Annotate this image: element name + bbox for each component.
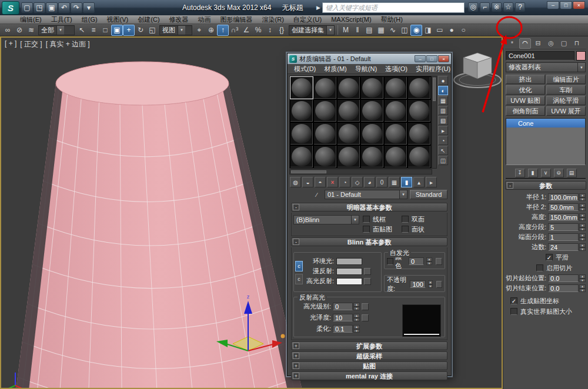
menu-item[interactable]: 模式(D)	[290, 65, 319, 73]
menu-item[interactable]: 编辑(E)	[15, 15, 46, 24]
select-and-rotate-icon[interactable]: ↻	[135, 25, 146, 36]
undo-icon[interactable]: ↶	[58, 2, 70, 13]
checkbox[interactable]	[402, 226, 409, 233]
rollout-state-icon[interactable]: +	[293, 373, 299, 379]
material-sample-slot[interactable]	[313, 122, 337, 145]
app-logo-icon[interactable]: S	[2, 1, 19, 15]
menu-item[interactable]: 帮助(H)	[376, 15, 407, 24]
reference-coordinate-dropdown[interactable]: 视图	[159, 25, 192, 35]
material-sample-slot[interactable]	[290, 122, 313, 145]
ambient-diffuse-lock-icon[interactable]: c	[295, 261, 303, 271]
go-to-parent-icon[interactable]: ▴	[413, 177, 425, 187]
modifier-button[interactable]: UVW 展开	[546, 106, 586, 116]
viewport-pov-menu[interactable]: [ 正交 ]	[20, 39, 42, 49]
modifier-button[interactable]: 涡轮平滑	[546, 96, 586, 105]
ambient-color-swatch[interactable]	[336, 258, 362, 265]
selection-filter-dropdown[interactable]: 全部	[38, 25, 75, 35]
percent-snap-icon[interactable]: %	[252, 25, 264, 36]
material-sample-slot[interactable]	[360, 76, 384, 99]
unlink-selection-icon[interactable]: ⊘	[14, 25, 25, 36]
material-sample-slot[interactable]	[384, 145, 407, 168]
material-sample-slot[interactable]	[290, 145, 313, 168]
opacity-field[interactable]: 100	[410, 280, 425, 288]
reset-map-icon[interactable]: ×	[327, 177, 338, 187]
use-pivot-center-icon[interactable]: ⌖	[193, 25, 205, 36]
map-button[interactable]	[362, 303, 369, 310]
maximize-button[interactable]: □	[426, 55, 437, 62]
remove-modifier-icon[interactable]: ⊖	[554, 169, 564, 177]
viewport-shading-menu[interactable]: [ 真实 + 边面 ]	[46, 39, 90, 49]
spinner[interactable]	[579, 193, 586, 201]
show-end-result-icon[interactable]: ▮	[401, 177, 412, 187]
spinner-snap-icon[interactable]: ↕	[264, 25, 276, 36]
shader-rollout-header[interactable]: - 明暗器基本参数	[291, 203, 447, 212]
collapsed-rollout-header[interactable]: + 扩展参数	[291, 341, 447, 350]
minimize-button[interactable]: –	[547, 1, 559, 9]
view-cube[interactable]	[454, 53, 501, 88]
select-and-link-icon[interactable]: ∞	[2, 25, 14, 36]
help-icon[interactable]: ?	[515, 2, 525, 12]
menu-item[interactable]: 工具(T)	[46, 15, 77, 24]
modifier-button[interactable]: 编辑面片	[546, 75, 586, 84]
select-by-name-icon[interactable]: ≡	[88, 25, 99, 36]
tab-utilities[interactable]: ⊓	[571, 38, 583, 49]
search-flyout-icon[interactable]: ▶	[316, 5, 320, 11]
spinner[interactable]	[353, 303, 360, 310]
close-button[interactable]: ×	[438, 55, 449, 62]
communication-center-icon[interactable]: ※	[492, 2, 502, 12]
spinner[interactable]	[579, 274, 586, 282]
make-unique-icon[interactable]: ∨	[541, 169, 551, 177]
selection-region-icon[interactable]: □	[99, 25, 111, 36]
self-illum-color-checkbox[interactable]	[387, 258, 393, 265]
collapsed-rollout-header[interactable]: + 贴图	[291, 361, 447, 370]
slots-vertical-scrollbar[interactable]	[432, 76, 437, 169]
assign-material-to-selection-icon[interactable]: ◓	[315, 177, 326, 187]
material-sample-slot[interactable]	[313, 99, 337, 122]
spinner[interactable]	[579, 213, 586, 221]
menu-item[interactable]: 实用程序(U)	[412, 65, 454, 73]
material-sample-slot[interactable]	[407, 122, 431, 145]
spinner[interactable]	[353, 314, 360, 321]
tab-display[interactable]: ▢	[558, 38, 570, 49]
rollout-state-icon[interactable]: -	[293, 204, 299, 210]
make-preview-icon[interactable]: ▸	[438, 126, 448, 135]
make-material-copy-icon[interactable]: ◔	[339, 177, 350, 187]
spinner[interactable]	[579, 233, 586, 241]
specular-map-button[interactable]	[364, 278, 371, 285]
material-sample-slot[interactable]	[337, 76, 360, 99]
modifier-list-dropdown[interactable]: 修改器列表	[506, 62, 586, 72]
rollout-state-icon[interactable]: -	[293, 239, 299, 245]
backlight-icon[interactable]: ◐	[438, 86, 448, 95]
dropdown-arrow-icon[interactable]	[577, 63, 585, 72]
spinner[interactable]	[579, 223, 586, 231]
subscription-icon[interactable]: ⌐	[480, 2, 490, 12]
menu-item[interactable]: MAXScript(M)	[326, 16, 376, 23]
show-map-in-viewport-icon[interactable]: ▦	[389, 177, 400, 187]
parameter-field[interactable]: 0.0	[548, 284, 579, 292]
spinner[interactable]	[579, 284, 586, 292]
dropdown-arrow-icon[interactable]	[178, 26, 185, 35]
parameter-field[interactable]: 1	[548, 233, 579, 241]
material-sample-slot[interactable]	[407, 76, 431, 99]
material-sample-slot[interactable]	[360, 122, 384, 145]
tab-create[interactable]: *	[506, 38, 518, 49]
material-sample-slot[interactable]	[290, 76, 313, 99]
material-sample-slot[interactable]	[337, 122, 360, 145]
checkbox[interactable]	[363, 216, 370, 223]
material-sample-slot[interactable]	[360, 145, 384, 168]
search-input[interactable]: 键入关键字或短语	[322, 2, 465, 13]
object-name-field[interactable]: Cone001	[506, 51, 574, 61]
smooth-checkbox[interactable]	[546, 254, 553, 261]
select-by-material-icon[interactable]: ↖	[438, 146, 448, 155]
diffuse-color-swatch[interactable]	[336, 268, 362, 275]
render-setup-icon[interactable]: ◨	[422, 25, 434, 36]
material-editor-titlebar[interactable]: S 材质编辑器 - 01 - Default –□×	[288, 53, 451, 64]
menu-item[interactable]: 动画	[193, 15, 216, 24]
put-to-library-icon[interactable]: ◕	[364, 177, 375, 187]
material-sample-slot[interactable]	[337, 145, 360, 168]
material-type-button[interactable]: Standard	[410, 190, 447, 199]
parameter-field[interactable]: 24	[548, 243, 579, 251]
collapsed-rollout-header[interactable]: + 超级采样	[291, 351, 447, 360]
menu-item[interactable]: 组(G)	[77, 15, 102, 24]
modifier-stack[interactable]: Cone	[506, 118, 586, 165]
